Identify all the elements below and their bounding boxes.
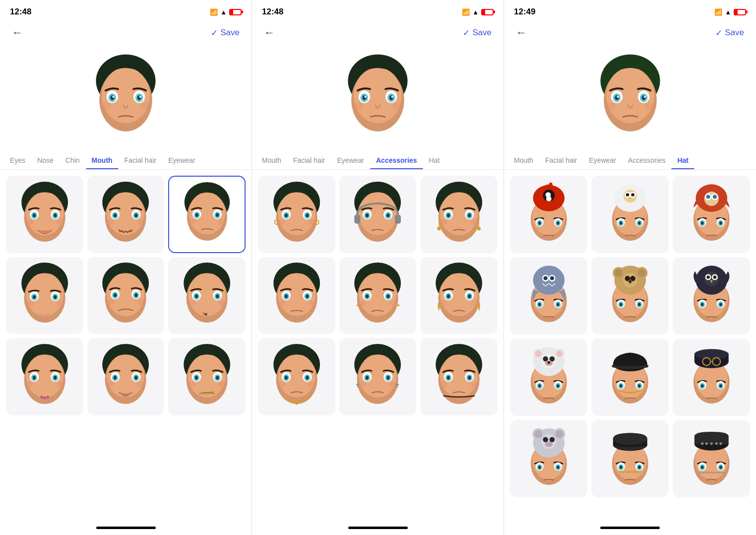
- grid-cell-3-10[interactable]: [510, 420, 587, 497]
- svg-point-163: [437, 226, 441, 230]
- grid-cell-1-7[interactable]: [6, 338, 83, 415]
- tab-accessories-3[interactable]: Accessories: [622, 151, 671, 169]
- svg-point-100: [114, 376, 117, 380]
- signal-icon-2: 📶: [462, 8, 470, 16]
- tab-facialhair-3[interactable]: Facial hair: [539, 151, 583, 169]
- svg-point-337: [701, 303, 703, 306]
- grid-cell-2-3[interactable]: [420, 176, 498, 253]
- grid-cell-2-1[interactable]: [258, 176, 335, 253]
- avatar-face-1: [86, 54, 166, 138]
- grid-cell-2-5[interactable]: ★★: [339, 257, 417, 334]
- status-icons-1: 📶 ▲: [210, 8, 242, 16]
- status-time-2: 12:48: [262, 7, 283, 17]
- svg-point-64: [114, 293, 117, 297]
- tab-chin-1[interactable]: Chin: [60, 151, 86, 169]
- svg-point-253: [644, 102, 656, 110]
- svg-point-77: [187, 300, 195, 306]
- grid-cell-1-8[interactable]: [87, 338, 165, 415]
- grid-cell-3-7[interactable]: [510, 338, 587, 416]
- svg-point-413: [719, 442, 722, 445]
- svg-point-388: [549, 437, 555, 442]
- tab-facialhair-1[interactable]: Facial hair: [119, 151, 163, 169]
- grid-cell-3-2[interactable]: [591, 176, 669, 253]
- grid-cell-3-9[interactable]: [673, 338, 750, 416]
- back-button-2[interactable]: ←: [264, 26, 275, 39]
- grid-cell-1-5[interactable]: [87, 257, 165, 334]
- home-bar-3: [600, 527, 660, 529]
- svg-point-136: [285, 213, 288, 217]
- home-bar-1: [96, 527, 156, 529]
- grid-cell-3-6[interactable]: [673, 257, 750, 334]
- svg-point-44: [187, 219, 196, 225]
- avatar-area-2: [252, 47, 504, 146]
- save-button-1[interactable]: ✓ Save: [211, 28, 240, 38]
- grid-cell-3-11[interactable]: [591, 420, 669, 497]
- tab-eyes-1[interactable]: Eyes: [4, 151, 31, 169]
- svg-point-313: [637, 269, 645, 277]
- grid-cell-2-9[interactable]: [420, 338, 498, 415]
- tab-eyewear-1[interactable]: Eyewear: [162, 151, 201, 169]
- svg-point-411: [710, 442, 712, 445]
- svg-point-115: [218, 382, 227, 388]
- svg-point-383: [534, 430, 542, 438]
- grid-cell-3-5[interactable]: [591, 257, 669, 334]
- grid-cell-2-8[interactable]: [339, 338, 417, 415]
- svg-point-76: [216, 295, 219, 299]
- tab-bar-1: Eyes Nose Chin Mouth Facial hair Eyewear: [0, 146, 252, 170]
- home-indicator-2: [252, 520, 504, 535]
- grid-cell-1-1[interactable]: [6, 176, 83, 253]
- svg-point-237: [447, 376, 450, 380]
- grid-cell-1-4[interactable]: [6, 257, 83, 334]
- back-button-1[interactable]: ←: [12, 26, 23, 39]
- save-button-2[interactable]: ✓ Save: [463, 28, 492, 38]
- svg-point-101: [135, 376, 138, 380]
- svg-point-410: [705, 442, 707, 445]
- svg-point-128: [392, 102, 404, 110]
- grid-cell-2-2[interactable]: [339, 176, 417, 253]
- home-indicator-3: [504, 520, 756, 535]
- tab-facialhair-2[interactable]: Facial hair: [287, 151, 331, 169]
- tab-hat-3[interactable]: Hat: [671, 151, 694, 169]
- svg-point-86: [33, 376, 36, 380]
- grid-cell-1-2[interactable]: [87, 176, 165, 253]
- svg-point-399: [613, 433, 647, 445]
- status-time-1: 12:48: [10, 7, 31, 17]
- grid-area-1: [0, 170, 252, 520]
- svg-point-42: [195, 213, 198, 217]
- svg-point-103: [137, 382, 146, 388]
- svg-point-111: [195, 376, 198, 380]
- tab-hat-2[interactable]: Hat: [423, 151, 446, 169]
- back-button-3[interactable]: ←: [516, 26, 527, 39]
- grid-cell-3-12[interactable]: [673, 420, 750, 497]
- tab-mouth-3[interactable]: Mouth: [508, 151, 539, 169]
- wifi-icon-2: ▲: [472, 8, 479, 16]
- save-button-3[interactable]: ✓ Save: [715, 28, 744, 38]
- nav-bar-1: ← ✓ Save: [0, 22, 252, 47]
- svg-point-331: [706, 275, 710, 279]
- tab-eyewear-3[interactable]: Eyewear: [583, 151, 622, 169]
- grid-cell-3-3[interactable]: [673, 176, 750, 253]
- grid-cell-2-6[interactable]: [420, 257, 498, 334]
- grid-cell-1-9[interactable]: [168, 338, 246, 415]
- svg-point-345: [556, 350, 563, 357]
- svg-point-199: [447, 295, 450, 299]
- tab-bar-2: Mouth Facial hair Eyewear Accessories Ha…: [252, 146, 504, 170]
- grid-cell-1-3[interactable]: [168, 176, 246, 253]
- svg-point-125: [364, 96, 366, 98]
- svg-point-89: [43, 397, 46, 400]
- grid-cell-3-4[interactable]: [510, 257, 587, 334]
- grid-cell-2-7[interactable]: [258, 338, 335, 415]
- battery-icon-2: [481, 9, 494, 15]
- grid-cell-3-8[interactable]: [591, 338, 669, 416]
- grid-cell-1-6[interactable]: [168, 257, 246, 334]
- tab-accessories-2[interactable]: Accessories: [370, 151, 423, 169]
- tab-mouth-1[interactable]: Mouth: [86, 151, 119, 169]
- checkmark-3: ✓: [715, 28, 722, 38]
- svg-point-90: [46, 396, 49, 399]
- tab-mouth-2[interactable]: Mouth: [256, 151, 287, 169]
- grid-cell-3-1[interactable]: [510, 176, 587, 253]
- tab-nose-1[interactable]: Nose: [31, 151, 60, 169]
- tab-eyewear-2[interactable]: Eyewear: [331, 151, 370, 169]
- svg-point-126: [391, 96, 393, 98]
- grid-cell-2-4[interactable]: [258, 257, 335, 334]
